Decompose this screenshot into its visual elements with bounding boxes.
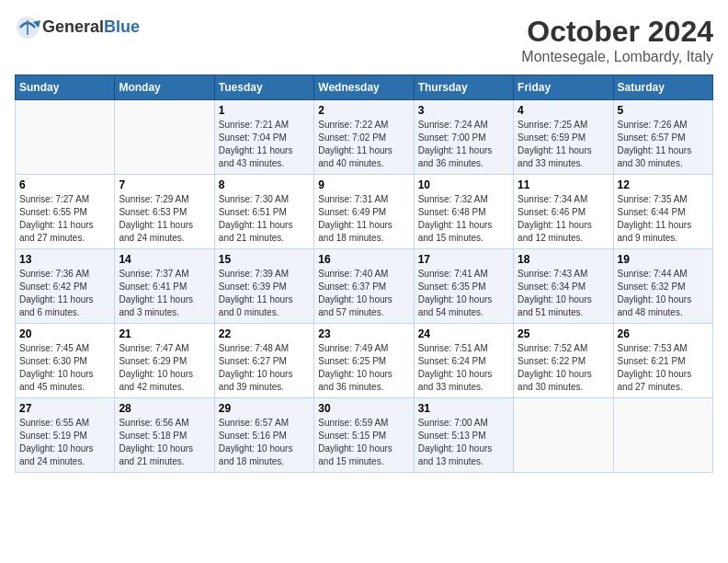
day-info: Sunrise: 7:47 AM Sunset: 6:29 PM Dayligh… <box>119 342 210 394</box>
day-number: 3 <box>418 104 509 117</box>
calendar-cell: 30Sunrise: 6:59 AM Sunset: 5:15 PM Dayli… <box>314 398 414 473</box>
calendar-cell: 10Sunrise: 7:32 AM Sunset: 6:48 PM Dayli… <box>414 175 513 249</box>
page-header: GeneralBlue October 2024 Montesegale, Lo… <box>15 15 713 65</box>
day-number: 10 <box>418 178 509 191</box>
day-number: 22 <box>219 327 310 340</box>
col-tuesday: Tuesday <box>214 75 313 100</box>
location-title: Montesegale, Lombardy, Italy <box>521 49 713 65</box>
day-info: Sunrise: 7:21 AM Sunset: 7:04 PM Dayligh… <box>219 119 310 170</box>
week-row-1: 1Sunrise: 7:21 AM Sunset: 7:04 PM Daylig… <box>16 100 713 175</box>
logo-icon <box>15 15 40 40</box>
day-number: 9 <box>318 178 409 191</box>
day-info: Sunrise: 7:49 AM Sunset: 6:25 PM Dayligh… <box>318 342 409 394</box>
day-info: Sunrise: 7:51 AM Sunset: 6:24 PM Dayligh… <box>418 342 509 394</box>
logo-text: GeneralBlue <box>42 18 140 37</box>
day-info: Sunrise: 6:59 AM Sunset: 5:15 PM Dayligh… <box>318 417 409 468</box>
day-info: Sunrise: 7:45 AM Sunset: 6:30 PM Dayligh… <box>19 342 110 394</box>
day-info: Sunrise: 7:48 AM Sunset: 6:27 PM Dayligh… <box>219 342 310 394</box>
week-row-4: 20Sunrise: 7:45 AM Sunset: 6:30 PM Dayli… <box>16 324 713 398</box>
month-title: October 2024 <box>521 15 713 49</box>
calendar-cell: 22Sunrise: 7:48 AM Sunset: 6:27 PM Dayli… <box>214 324 313 398</box>
day-number: 5 <box>618 104 709 117</box>
day-number: 31 <box>418 402 509 415</box>
day-number: 30 <box>318 402 409 415</box>
day-number: 15 <box>219 253 310 266</box>
calendar-cell: 14Sunrise: 7:37 AM Sunset: 6:41 PM Dayli… <box>115 249 214 324</box>
calendar-cell: 1Sunrise: 7:21 AM Sunset: 7:04 PM Daylig… <box>214 100 313 175</box>
col-wednesday: Wednesday <box>314 75 414 100</box>
col-thursday: Thursday <box>414 75 513 100</box>
day-info: Sunrise: 7:31 AM Sunset: 6:49 PM Dayligh… <box>318 193 409 245</box>
calendar-cell <box>16 100 115 175</box>
calendar-cell <box>115 100 214 175</box>
day-number: 17 <box>418 253 509 266</box>
day-info: Sunrise: 7:35 AM Sunset: 6:44 PM Dayligh… <box>618 193 709 245</box>
calendar-cell <box>613 398 712 473</box>
day-info: Sunrise: 7:25 AM Sunset: 6:59 PM Dayligh… <box>518 119 609 170</box>
calendar-cell: 7Sunrise: 7:29 AM Sunset: 6:53 PM Daylig… <box>115 175 214 249</box>
week-row-3: 13Sunrise: 7:36 AM Sunset: 6:42 PM Dayli… <box>16 249 713 324</box>
calendar-body: 1Sunrise: 7:21 AM Sunset: 7:04 PM Daylig… <box>16 100 713 473</box>
day-number: 12 <box>618 178 709 191</box>
calendar-cell: 31Sunrise: 7:00 AM Sunset: 5:13 PM Dayli… <box>414 398 513 473</box>
day-number: 28 <box>119 402 210 415</box>
day-info: Sunrise: 7:43 AM Sunset: 6:34 PM Dayligh… <box>518 268 609 319</box>
day-number: 7 <box>119 178 210 191</box>
calendar-cell: 21Sunrise: 7:47 AM Sunset: 6:29 PM Dayli… <box>115 324 214 398</box>
day-number: 24 <box>418 327 509 340</box>
col-saturday: Saturday <box>613 75 712 100</box>
calendar-cell: 18Sunrise: 7:43 AM Sunset: 6:34 PM Dayli… <box>514 249 613 324</box>
day-info: Sunrise: 7:40 AM Sunset: 6:37 PM Dayligh… <box>318 268 409 319</box>
calendar-cell: 15Sunrise: 7:39 AM Sunset: 6:39 PM Dayli… <box>214 249 313 324</box>
logo: GeneralBlue <box>15 15 140 40</box>
calendar-cell: 12Sunrise: 7:35 AM Sunset: 6:44 PM Dayli… <box>613 175 712 249</box>
week-row-2: 6Sunrise: 7:27 AM Sunset: 6:55 PM Daylig… <box>16 175 713 249</box>
day-info: Sunrise: 7:26 AM Sunset: 6:57 PM Dayligh… <box>618 119 709 170</box>
day-info: Sunrise: 7:41 AM Sunset: 6:35 PM Dayligh… <box>418 268 509 319</box>
day-number: 23 <box>318 327 409 340</box>
calendar-cell: 29Sunrise: 6:57 AM Sunset: 5:16 PM Dayli… <box>214 398 313 473</box>
day-number: 25 <box>518 327 609 340</box>
day-info: Sunrise: 6:56 AM Sunset: 5:18 PM Dayligh… <box>119 417 210 468</box>
calendar-cell: 23Sunrise: 7:49 AM Sunset: 6:25 PM Dayli… <box>314 324 414 398</box>
day-info: Sunrise: 7:34 AM Sunset: 6:46 PM Dayligh… <box>518 193 609 245</box>
day-number: 11 <box>518 178 609 191</box>
logo-general-text: GeneralBlue <box>42 18 140 37</box>
day-number: 8 <box>219 178 310 191</box>
calendar-cell: 5Sunrise: 7:26 AM Sunset: 6:57 PM Daylig… <box>613 100 712 175</box>
header-row: Sunday Monday Tuesday Wednesday Thursday… <box>16 75 713 100</box>
calendar-cell: 20Sunrise: 7:45 AM Sunset: 6:30 PM Dayli… <box>16 324 115 398</box>
day-info: Sunrise: 7:39 AM Sunset: 6:39 PM Dayligh… <box>219 268 310 319</box>
day-number: 21 <box>119 327 210 340</box>
col-sunday: Sunday <box>16 75 115 100</box>
calendar-table: Sunday Monday Tuesday Wednesday Thursday… <box>15 75 713 473</box>
calendar-cell <box>514 398 613 473</box>
day-number: 14 <box>119 253 210 266</box>
day-info: Sunrise: 7:37 AM Sunset: 6:41 PM Dayligh… <box>119 268 210 319</box>
day-number: 26 <box>618 327 709 340</box>
calendar-cell: 3Sunrise: 7:24 AM Sunset: 7:00 PM Daylig… <box>414 100 513 175</box>
day-number: 16 <box>318 253 409 266</box>
day-number: 2 <box>318 104 409 117</box>
day-number: 29 <box>219 402 310 415</box>
calendar-header: Sunday Monday Tuesday Wednesday Thursday… <box>16 75 713 100</box>
day-info: Sunrise: 6:57 AM Sunset: 5:16 PM Dayligh… <box>219 417 310 468</box>
calendar-cell: 24Sunrise: 7:51 AM Sunset: 6:24 PM Dayli… <box>414 324 513 398</box>
day-number: 1 <box>219 104 310 117</box>
day-info: Sunrise: 7:24 AM Sunset: 7:00 PM Dayligh… <box>418 119 509 170</box>
day-info: Sunrise: 7:22 AM Sunset: 7:02 PM Dayligh… <box>318 119 409 170</box>
day-number: 18 <box>518 253 609 266</box>
calendar-cell: 13Sunrise: 7:36 AM Sunset: 6:42 PM Dayli… <box>16 249 115 324</box>
calendar-cell: 17Sunrise: 7:41 AM Sunset: 6:35 PM Dayli… <box>414 249 513 324</box>
day-info: Sunrise: 7:53 AM Sunset: 6:21 PM Dayligh… <box>618 342 709 394</box>
calendar-cell: 19Sunrise: 7:44 AM Sunset: 6:32 PM Dayli… <box>613 249 712 324</box>
calendar-cell: 9Sunrise: 7:31 AM Sunset: 6:49 PM Daylig… <box>314 175 414 249</box>
day-info: Sunrise: 7:00 AM Sunset: 5:13 PM Dayligh… <box>418 417 509 468</box>
title-block: October 2024 Montesegale, Lombardy, Ital… <box>521 15 713 65</box>
day-info: Sunrise: 7:52 AM Sunset: 6:22 PM Dayligh… <box>518 342 609 394</box>
day-info: Sunrise: 7:32 AM Sunset: 6:48 PM Dayligh… <box>418 193 509 245</box>
calendar-cell: 6Sunrise: 7:27 AM Sunset: 6:55 PM Daylig… <box>16 175 115 249</box>
calendar-cell: 16Sunrise: 7:40 AM Sunset: 6:37 PM Dayli… <box>314 249 414 324</box>
week-row-5: 27Sunrise: 6:55 AM Sunset: 5:19 PM Dayli… <box>16 398 713 473</box>
day-number: 20 <box>19 327 110 340</box>
